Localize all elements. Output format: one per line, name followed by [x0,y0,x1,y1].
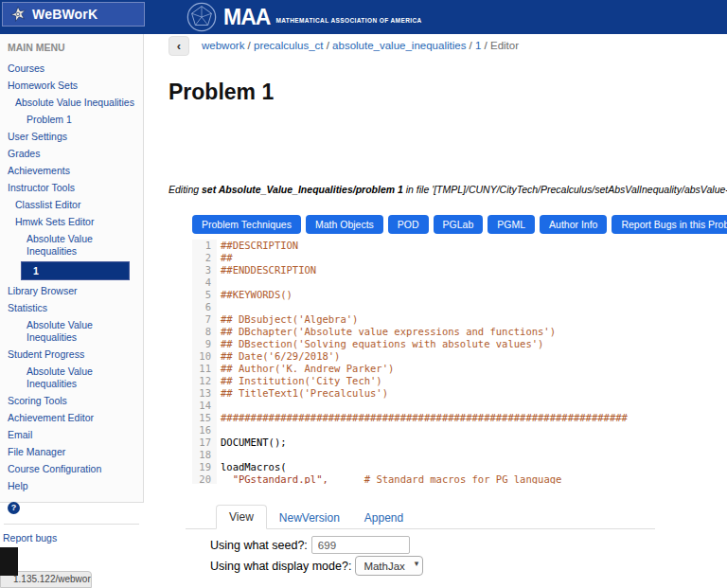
breadcrumb-link[interactable]: precalculus_ct [254,40,324,51]
doc-button[interactable]: Problem Techniques [192,215,301,234]
code-text [217,400,221,412]
code-line: 6 [192,301,665,313]
code-line: 7## DBsubject('Algebra') [192,313,665,326]
sidebar-item[interactable]: Statistics [0,300,143,315]
sidebar-item[interactable]: Scoring Tools [0,393,143,408]
maa-tagline: MATHEMATICAL ASSOCIATION OF AMERICA [275,17,421,24]
sidebar-item[interactable]: Email [0,427,143,442]
code-text: ## Author('K. Andrew Parker') [217,363,394,375]
breadcrumb-current: Editor [490,40,519,51]
code-line: 9## DBsection('Solving equations with ab… [192,338,665,350]
line-number: 19 [192,461,217,473]
sidebar-item[interactable]: Absolute Value Inequalities [0,317,143,345]
sidebar-item[interactable]: User Settings [0,129,143,144]
tab-append[interactable]: Append [352,507,416,529]
breadcrumb-bar: ‹ webwork / precalculus_ct / absolute_va… [151,34,727,59]
line-number: 5 [192,289,217,301]
sidebar-item[interactable]: Help [0,478,143,493]
tab-view[interactable]: View [216,505,267,529]
sidebar-item[interactable]: Instructor Tools [0,180,143,195]
code-text [217,449,221,461]
sidebar-item[interactable]: Achievements [0,163,143,178]
sidebar-help-row: ? [8,497,143,514]
code-token: ## DBchapter('Absolute value expressions… [221,326,556,337]
doc-button[interactable]: PGLab [434,215,484,234]
doc-button[interactable]: PGML [488,215,535,234]
code-token: ## [221,252,233,263]
sidebar-item[interactable]: Course Configuration [0,461,143,476]
code-line: 8## DBchapter('Absolute value expression… [192,326,665,338]
doc-button[interactable]: Report Bugs in this Problem [612,215,727,234]
sidebar-item[interactable]: Student Progress [0,347,143,362]
breadcrumb: webwork / precalculus_ct / absolute_valu… [202,40,519,51]
line-number: 10 [192,350,217,363]
sidebar-item[interactable]: Absolute Value Inequalities [0,231,143,258]
line-number: 17 [192,437,217,449]
sidebar-item[interactable]: Courses [0,61,143,76]
display-mode-label: Using what display mode?: [210,560,351,573]
display-mode-select[interactable]: MathJax [355,556,423,576]
tab-newversion[interactable]: NewVersion [267,507,352,529]
code-line: 16 [192,424,665,437]
sidebar-item[interactable]: Achievement Editor [0,410,143,425]
sidebar-item[interactable]: Problem 1 [0,112,143,127]
doc-button[interactable]: Author Info [540,215,607,234]
line-number: 6 [192,301,217,313]
line-number: 18 [192,449,217,461]
editing-set-name: set Absolute_Value_Inequalities/problem … [202,184,403,195]
back-button[interactable]: ‹ [168,36,189,56]
maa-logo: MAA MATHEMATICAL ASSOCIATION OF AMERICA [186,0,422,34]
pg-code-editor[interactable]: 1##DESCRIPTION2##3##ENDDESCRIPTION45##KE… [192,240,665,484]
code-text: ## Institution('City Tech') [217,375,382,387]
code-token: ##KEYWORDS() [221,289,293,300]
doc-button[interactable]: Math Objects [306,215,383,234]
editing-middle: in file [403,184,432,195]
sidebar-item[interactable]: Absolute Value Inequalities [0,364,143,391]
line-number: 9 [192,338,217,350]
help-icon[interactable]: ? [8,502,20,514]
code-line: 14 [192,400,665,412]
breadcrumb-link[interactable]: webwork [202,40,244,51]
display-mode-form-row: Using what display mode?: MathJax ▾ [210,556,423,576]
editing-file-info: Editing set Absolute_Value_Inequalities/… [168,184,727,195]
sidebar-item-report-bugs[interactable]: Report bugs [0,532,143,543]
seed-label: Using what seed?: [210,539,308,552]
code-token: DOCUMENT(); [221,437,287,448]
code-text: ## DBsubject('Algebra') [217,313,358,326]
code-token: ##ENDDESCRIPTION [221,264,316,276]
breadcrumb-separator: / [244,40,254,51]
webwork-home-button[interactable]: WeBWorK [2,2,145,27]
top-header-bar: WeBWorK MAA MATHEMATICAL ASSOCIATION OF … [0,0,727,34]
sidebar-item[interactable]: File Manager [0,444,143,459]
sidebar-item[interactable]: Grades [0,146,143,161]
code-line: 3##ENDDESCRIPTION [192,264,665,276]
code-text [217,424,221,437]
sidebar-title: MAIN MENU [0,42,143,53]
code-token [328,473,364,484]
line-number: 15 [192,412,217,424]
sidebar-item[interactable]: Hmwk Sets Editor [0,214,143,229]
code-line: 1##DESCRIPTION [192,240,665,252]
code-text: ##ENDDESCRIPTION [217,264,316,276]
sidebar-item-active[interactable]: 1 [21,261,130,280]
sidebar-item[interactable]: Library Browser [0,283,143,298]
maa-logo-word: MAA [223,5,270,30]
code-token: loadMacros( [221,461,287,472]
code-token: # Standard macros for PG language [364,473,562,484]
doc-button[interactable]: POD [388,215,429,234]
code-token: "PGstandard.pl", [233,473,328,484]
line-number: 14 [192,400,217,412]
sidebar-item[interactable]: Absolute Value Inequalities [0,95,143,110]
breadcrumb-separator: / [324,40,333,51]
line-number: 16 [192,424,217,437]
code-text [217,276,221,289]
sidebar-item[interactable]: Classlist Editor [0,197,143,212]
breadcrumb-link[interactable]: absolute_value_inequalities [332,40,466,51]
seed-form-row: Using what seed?: [210,536,410,554]
sidebar-item[interactable]: Homework Sets [0,78,143,93]
seed-input[interactable] [311,536,410,554]
code-text: ## DBchapter('Absolute value expressions… [217,326,556,338]
code-token: ########################################… [221,412,628,423]
code-line: 15######################################… [192,412,665,424]
code-text: ########################################… [217,412,628,424]
